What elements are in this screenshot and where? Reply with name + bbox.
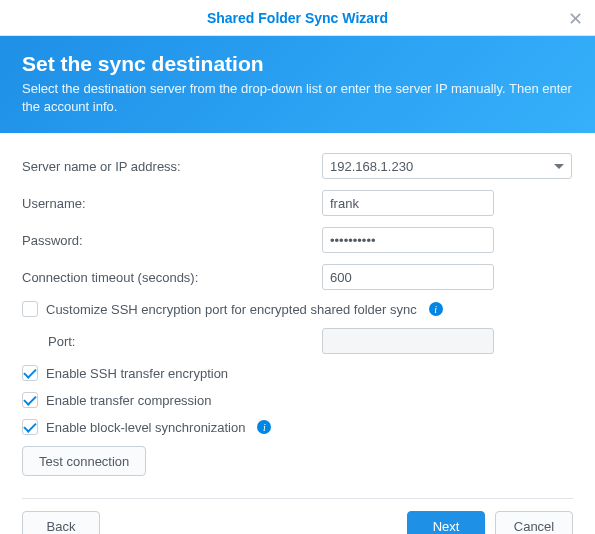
page-heading: Set the sync destination xyxy=(22,52,573,76)
username-label: Username: xyxy=(22,196,322,211)
port-label: Port: xyxy=(48,334,322,349)
test-connection-button[interactable]: Test connection xyxy=(22,446,146,476)
enable-compression-checkbox[interactable] xyxy=(22,392,38,408)
server-value: 192.168.1.230 xyxy=(330,159,413,174)
back-button[interactable]: Back xyxy=(22,511,100,534)
username-input[interactable] xyxy=(322,190,494,216)
enable-block-sync-checkbox[interactable] xyxy=(22,419,38,435)
customize-ssh-port-checkbox[interactable] xyxy=(22,301,38,317)
port-input xyxy=(322,328,494,354)
window-title: Shared Folder Sync Wizard xyxy=(207,10,388,26)
footer: Back Next Cancel xyxy=(0,499,595,534)
enable-compression-label: Enable transfer compression xyxy=(46,393,211,408)
chevron-down-icon xyxy=(554,164,564,169)
enable-block-sync-label: Enable block-level synchronization xyxy=(46,420,245,435)
title-bar: Shared Folder Sync Wizard ✕ xyxy=(0,0,595,36)
close-icon[interactable]: ✕ xyxy=(568,8,583,30)
timeout-label: Connection timeout (seconds): xyxy=(22,270,322,285)
info-icon[interactable]: i xyxy=(257,420,271,434)
server-combo[interactable]: 192.168.1.230 xyxy=(322,153,572,179)
customize-ssh-port-label: Customize SSH encryption port for encryp… xyxy=(46,302,417,317)
enable-ssh-encryption-label: Enable SSH transfer encryption xyxy=(46,366,228,381)
password-label: Password: xyxy=(22,233,322,248)
enable-ssh-encryption-checkbox[interactable] xyxy=(22,365,38,381)
form-body: Server name or IP address: 192.168.1.230… xyxy=(0,133,595,484)
password-input[interactable] xyxy=(322,227,494,253)
cancel-button[interactable]: Cancel xyxy=(495,511,573,534)
next-button[interactable]: Next xyxy=(407,511,485,534)
banner: Set the sync destination Select the dest… xyxy=(0,36,595,133)
info-icon[interactable]: i xyxy=(429,302,443,316)
timeout-input[interactable] xyxy=(322,264,494,290)
page-subtext: Select the destination server from the d… xyxy=(22,80,573,115)
server-label: Server name or IP address: xyxy=(22,159,322,174)
